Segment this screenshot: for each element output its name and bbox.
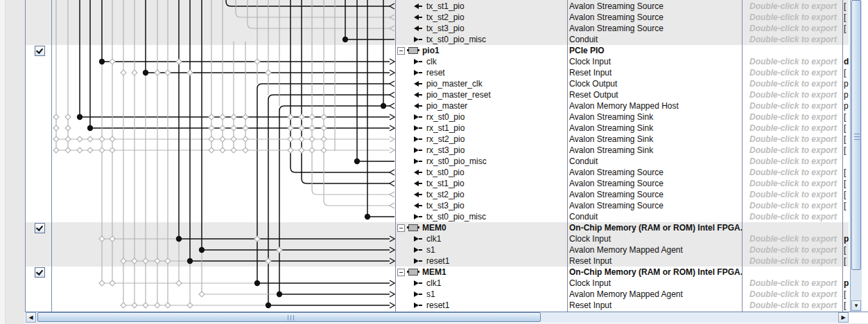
export-cell[interactable]: Double-click to export [742,111,842,123]
table-row: rx_st2_pioAvalon Streaming SinkDouble-cl… [26,134,849,145]
interface-name-cell[interactable]: tx_st0_pio_misc [395,211,586,222]
export-cell[interactable]: Double-click to export [742,1,842,12]
export-cell[interactable]: Double-click to export [742,56,842,67]
interface-name-cell[interactable]: tx_st1_pio [395,178,586,189]
interface-name-cell[interactable]: clk1 [395,233,586,244]
export-cell[interactable]: Double-click to export [742,100,842,111]
clock-column-fragment: [ [843,12,849,23]
description-cell: Clock Input [567,233,743,244]
module-enable-checkbox[interactable] [35,46,45,56]
export-cell[interactable]: Double-click to export [742,23,842,34]
scrollbar-grip-icon [854,134,860,141]
description-cell: Avalon Streaming Source [567,200,743,211]
clock-column-fragment: p [843,233,849,244]
export-cell[interactable]: Double-click to export [742,233,842,244]
export-cell[interactable]: Double-click to export [742,200,842,211]
export-cell[interactable] [742,45,842,56]
interface-name-cell[interactable]: reset [395,67,586,78]
export-cell[interactable]: Double-click to export [742,211,842,222]
interface-name-cell[interactable]: pio_master [395,100,586,111]
interface-name-cell[interactable]: s1 [395,289,586,300]
interface-name-cell[interactable]: rx_st3_pio [395,145,586,156]
table-row: tx_st3_pioAvalon Streaming SourceDouble-… [26,200,849,211]
export-cell[interactable]: Double-click to export [742,89,842,100]
module-enable-checkbox[interactable] [35,223,45,233]
module-name-cell[interactable]: pio1 [395,45,569,56]
interface-name-cell[interactable]: reset1 [395,255,586,267]
export-cell[interactable]: Double-click to export [742,123,842,134]
export-cell[interactable]: Double-click to export [742,78,842,89]
interface-name-label: tx_st3_pio [426,23,465,34]
export-cell[interactable]: Double-click to export [742,255,842,267]
module-name-cell[interactable]: MEM0 [395,222,569,233]
export-cell[interactable]: Double-click to export [742,145,842,156]
export-cell[interactable]: Double-click to export [742,67,842,78]
table-row: reset1Reset InputDouble-click to export[ [26,255,849,267]
export-cell[interactable]: Double-click to export [742,167,842,178]
export-cell[interactable] [742,222,842,233]
vertical-scrollbar-thumb[interactable] [851,0,861,270]
interface-name-label: pio_master_clk [426,78,483,89]
export-cell[interactable]: Double-click to export [742,156,842,167]
clock-column-fragment: [ [843,111,849,123]
interface-name-cell[interactable]: rx_st1_pio [395,123,586,134]
interface-name-cell[interactable]: tx_st3_pio [395,23,586,34]
export-cell[interactable]: Double-click to export [742,244,842,255]
interface-name-label: pio_master [426,100,467,111]
interface-name-cell[interactable]: tx_st0_pio [395,167,586,178]
interface-name-cell[interactable]: s1 [395,244,586,255]
interface-name-cell[interactable]: reset1 [395,300,586,311]
description-cell: Avalon Streaming Source [567,178,743,189]
export-cell[interactable] [742,267,842,278]
interface-name-cell[interactable]: pio_master_reset [395,89,586,100]
output-port-icon [414,92,422,98]
export-cell[interactable]: Double-click to export [742,34,842,45]
clock-column-fragment: [ [843,178,849,189]
module-enable-checkbox[interactable] [35,267,45,278]
interface-name-cell[interactable]: rx_st0_pio [395,111,586,123]
description-cell: Avalon Streaming Sink [567,134,743,145]
scroll-down-button[interactable]: ▼ [851,300,861,311]
export-cell[interactable]: Double-click to export [742,178,842,189]
interface-name-cell[interactable]: clk1 [395,278,586,289]
export-cell[interactable]: Double-click to export [742,189,842,200]
vertical-scrollbar[interactable]: ▼ [850,0,862,312]
interface-name-cell[interactable]: rx_st2_pio [395,134,586,145]
table-row: tx_st2_pioAvalon Streaming SourceDouble-… [26,12,849,23]
interface-name-cell[interactable]: tx_st1_pio [395,1,586,12]
input-port-icon [414,114,422,120]
export-cell[interactable]: Double-click to export [742,300,842,311]
collapse-icon[interactable] [397,47,405,55]
clock-column-fragment: [ [843,67,849,78]
export-cell[interactable]: Double-click to export [742,289,842,300]
collapse-icon[interactable] [397,224,405,232]
export-cell[interactable]: Double-click to export [742,134,842,145]
description-cell: On-Chip Memory (RAM or ROM) Intel FPGA..… [567,222,743,233]
output-port-icon [414,103,422,109]
input-port-icon [414,136,422,142]
input-port-icon [414,258,422,264]
scroll-left-button[interactable]: ◀ [26,312,36,323]
table-row: tx_st3_pioAvalon Streaming SourceDouble-… [26,23,849,34]
scroll-right-button[interactable]: ▶ [838,312,849,323]
collapse-icon[interactable] [397,269,405,276]
input-port-icon [414,125,422,131]
interface-name-cell[interactable]: pio_master_clk [395,78,586,89]
column-border [842,0,843,312]
interface-name-cell[interactable]: rx_st0_pio_misc [395,156,586,167]
module-name-cell[interactable]: MEM1 [395,267,569,278]
horizontal-scrollbar-thumb[interactable] [37,312,541,322]
interface-name-cell[interactable]: tx_st0_pio_misc [395,34,586,45]
description-cell: Conduit [567,211,743,222]
interface-name-cell[interactable]: tx_st3_pio [395,200,586,211]
clock-column-fragment: [ [843,200,849,211]
interface-name-cell[interactable]: clk [395,56,586,67]
interface-name-cell[interactable]: tx_st2_pio [395,189,586,200]
interface-name-cell[interactable]: tx_st2_pio [395,12,586,23]
export-cell[interactable]: Double-click to export [742,278,842,289]
horizontal-scrollbar[interactable]: ◀ ▶ [26,312,849,323]
platform-designer-connections-view: tx_st1_pioAvalon Streaming SourceDouble-… [0,0,868,324]
interface-name-label: tx_st3_pio [426,200,465,211]
export-cell[interactable]: Double-click to export [742,12,842,23]
column-border [742,0,743,312]
